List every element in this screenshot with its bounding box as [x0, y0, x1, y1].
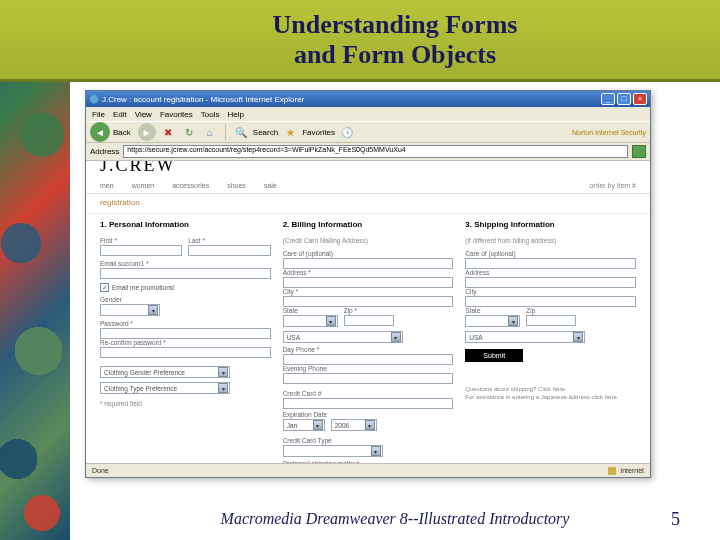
bill-careof-input[interactable]: [283, 258, 454, 269]
favorites-label[interactable]: Favorites: [302, 128, 335, 137]
ship-city-input[interactable]: [465, 296, 636, 307]
password-input[interactable]: [100, 328, 271, 339]
status-left: Done: [92, 467, 109, 474]
required-note: * required field: [100, 400, 271, 407]
ship-state-select[interactable]: ▾: [465, 315, 520, 327]
window-titlebar: J.Crew : account registration - Microsof…: [86, 91, 650, 107]
catnav-accessories[interactable]: accessories: [172, 182, 209, 189]
browser-window: J.Crew : account registration - Microsof…: [85, 90, 651, 478]
catnav-women[interactable]: women: [132, 182, 155, 189]
search-label[interactable]: Search: [253, 128, 278, 137]
favorites-icon[interactable]: ★: [281, 123, 299, 141]
cctype-label: Credit Card Type: [283, 437, 454, 444]
page-number: 5: [671, 509, 680, 530]
stop-button[interactable]: ✖: [159, 123, 177, 141]
history-button[interactable]: 🕓: [338, 123, 356, 141]
evephone-label: Evening Phone: [283, 365, 454, 372]
catnav-shoes[interactable]: shoes: [227, 182, 246, 189]
submit-button[interactable]: Submit: [465, 349, 523, 362]
slide-title: Understanding Formsand Form Objects: [273, 10, 518, 70]
chevron-down-icon: ▾: [326, 316, 336, 326]
type-pref-select[interactable]: Clothing Type Preference▾: [100, 382, 230, 394]
bill-city-input[interactable]: [283, 296, 454, 307]
last-input[interactable]: [188, 245, 270, 256]
reconfirm-label: Re-confirm password: [100, 339, 271, 346]
chevron-down-icon: ▾: [218, 367, 228, 377]
registration-heading: registration: [86, 194, 650, 214]
ship-country-select[interactable]: USA▾: [465, 331, 585, 343]
gender-pref-select[interactable]: Clothing Gender Preference▾: [100, 366, 230, 378]
menu-view[interactable]: View: [135, 110, 152, 119]
slide-title-band: Understanding Formsand Form Objects: [0, 0, 720, 82]
bill-state-select[interactable]: ▾: [283, 315, 338, 327]
bill-zip-input[interactable]: [344, 315, 394, 326]
col3-note: (if different from billing address): [465, 237, 636, 244]
ship-careof-label: Care of (optional): [465, 250, 636, 257]
chevron-down-icon: ▾: [313, 420, 323, 430]
menu-file[interactable]: File: [92, 110, 105, 119]
menu-tools[interactable]: Tools: [201, 110, 220, 119]
search-icon[interactable]: 🔍: [232, 123, 250, 141]
city-label: City: [283, 288, 454, 295]
careof-label: Care of (optional): [283, 250, 454, 257]
state-label: State: [283, 307, 338, 314]
ship-careof-input[interactable]: [465, 258, 636, 269]
first-label: First: [100, 237, 182, 244]
cc-input[interactable]: [283, 398, 454, 409]
exp-year-select[interactable]: 2006▾: [331, 419, 377, 431]
chevron-down-icon: ▾: [573, 332, 583, 342]
first-input[interactable]: [100, 245, 182, 256]
menu-edit[interactable]: Edit: [113, 110, 127, 119]
ship-address-input[interactable]: [465, 277, 636, 288]
col-personal: 1. Personal Information First Last Email…: [100, 220, 271, 463]
go-button[interactable]: [632, 145, 646, 158]
cc-label: Credit Card #: [283, 390, 454, 397]
dayphone-label: Day Phone: [283, 346, 454, 353]
status-right: Internet: [620, 467, 644, 474]
home-button[interactable]: ⌂: [201, 123, 219, 141]
email-input[interactable]: [100, 268, 271, 279]
norton-label: Norton Internet Security: [572, 129, 646, 136]
maximize-button[interactable]: □: [617, 93, 631, 105]
chevron-down-icon: ▾: [371, 446, 381, 456]
bill-country-select[interactable]: USA▾: [283, 331, 403, 343]
catnav-sale[interactable]: sale: [264, 182, 277, 189]
zip-label: Zip: [344, 307, 394, 314]
back-label: Back: [113, 128, 131, 137]
bill-address-input[interactable]: [283, 277, 454, 288]
toolbar: ◄ Back ► ✖ ↻ ⌂ 🔍 Search ★ Favorites 🕓 No…: [86, 121, 650, 143]
jcrew-logo[interactable]: J.CREW: [100, 161, 636, 176]
exp-month-select[interactable]: Jan▾: [283, 419, 325, 431]
col3-heading: 3. Shipping Information: [465, 220, 636, 229]
page-content: HELP ORDER STATUS YOUR ACCOUNT STORE LOC…: [86, 161, 650, 463]
order-by-item[interactable]: order by item #: [589, 182, 636, 189]
address-input[interactable]: https://secure.jcrew.com/account/reg/ste…: [123, 145, 628, 158]
menu-help[interactable]: Help: [227, 110, 243, 119]
menu-favorites[interactable]: Favorites: [160, 110, 193, 119]
gender-select[interactable]: ▾: [100, 304, 160, 316]
col-billing: 2. Billing Information (Credit Card Mail…: [283, 220, 454, 463]
reconfirm-input[interactable]: [100, 347, 271, 358]
password-label: Password: [100, 320, 271, 327]
back-button[interactable]: ◄: [90, 122, 110, 142]
slide-footer: Macromedia Dreamweaver 8--Illustrated In…: [0, 510, 720, 528]
chevron-down-icon: ▾: [148, 305, 158, 315]
ship-addr-label: Address: [465, 269, 636, 276]
catnav-men[interactable]: men: [100, 182, 114, 189]
ship-zip-input[interactable]: [526, 315, 576, 326]
col2-note: (Credit Card Mailing Address): [283, 237, 454, 244]
ie-icon: [89, 94, 99, 104]
dayphone-input[interactable]: [283, 354, 454, 365]
evephone-input[interactable]: [283, 373, 454, 384]
window-title: J.Crew : account registration - Microsof…: [102, 95, 601, 104]
cctype-select[interactable]: ▾: [283, 445, 383, 457]
minimize-button[interactable]: _: [601, 93, 615, 105]
forward-button[interactable]: ►: [138, 123, 156, 141]
shipping-questions: Questions about shipping? Click here. Fo…: [465, 386, 636, 402]
refresh-button[interactable]: ↻: [180, 123, 198, 141]
close-button[interactable]: ×: [633, 93, 647, 105]
status-bar: Done Internet: [86, 463, 650, 477]
last-label: Last: [188, 237, 270, 244]
col1-heading: 1. Personal Information: [100, 220, 271, 229]
promo-checkbox[interactable]: ✓: [100, 283, 109, 292]
